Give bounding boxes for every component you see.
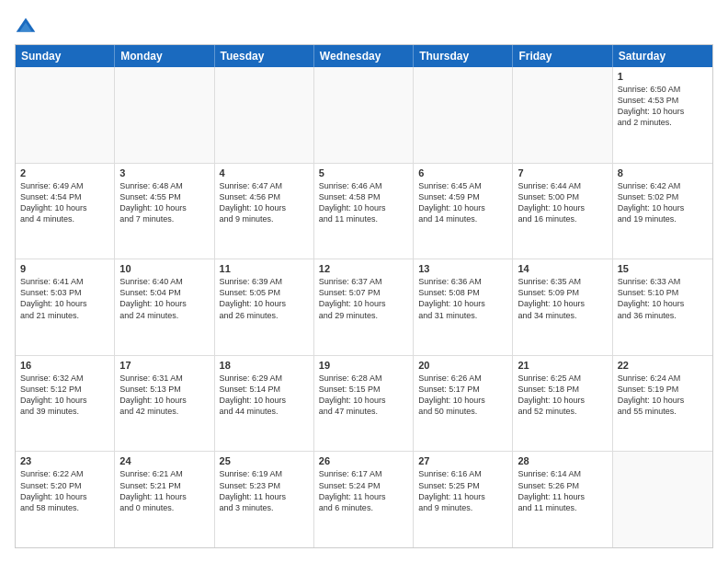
calendar: SundayMondayTuesdayWednesdayThursdayFrid… <box>15 44 713 548</box>
day-number: 5 <box>319 167 408 178</box>
day-number: 12 <box>319 263 408 274</box>
day-info: Sunrise: 6:37 AM Sunset: 5:07 PM Dayligh… <box>319 276 408 321</box>
day-info: Sunrise: 6:49 AM Sunset: 4:54 PM Dayligh… <box>20 180 109 225</box>
day-number: 18 <box>220 360 309 371</box>
day-info: Sunrise: 6:41 AM Sunset: 5:03 PM Dayligh… <box>20 276 109 321</box>
day-info: Sunrise: 6:40 AM Sunset: 5:04 PM Dayligh… <box>119 276 209 321</box>
calendar-cell: 26Sunrise: 6:17 AM Sunset: 5:24 PM Dayli… <box>314 452 414 547</box>
cal-header-day: Monday <box>115 45 214 67</box>
calendar-cell: 24Sunrise: 6:21 AM Sunset: 5:21 PM Dayli… <box>115 452 214 547</box>
day-number: 20 <box>418 360 507 371</box>
day-info: Sunrise: 6:17 AM Sunset: 5:24 PM Dayligh… <box>319 468 408 513</box>
day-info: Sunrise: 6:50 AM Sunset: 4:53 PM Dayligh… <box>618 84 708 129</box>
calendar-cell: 7Sunrise: 6:44 AM Sunset: 5:00 PM Daylig… <box>513 164 612 259</box>
day-info: Sunrise: 6:16 AM Sunset: 5:25 PM Dayligh… <box>418 468 507 513</box>
day-info: Sunrise: 6:33 AM Sunset: 5:10 PM Dayligh… <box>618 276 708 321</box>
calendar-cell: 22Sunrise: 6:24 AM Sunset: 5:19 PM Dayli… <box>613 356 712 452</box>
day-number: 19 <box>319 360 408 371</box>
calendar-row: 23Sunrise: 6:22 AM Sunset: 5:20 PM Dayli… <box>16 451 712 547</box>
day-info: Sunrise: 6:22 AM Sunset: 5:20 PM Dayligh… <box>20 468 109 513</box>
calendar-cell: 6Sunrise: 6:45 AM Sunset: 4:59 PM Daylig… <box>414 164 513 259</box>
day-info: Sunrise: 6:31 AM Sunset: 5:13 PM Dayligh… <box>119 373 209 418</box>
calendar-cell: 18Sunrise: 6:29 AM Sunset: 5:14 PM Dayli… <box>215 356 314 452</box>
calendar-body: 1Sunrise: 6:50 AM Sunset: 4:53 PM Daylig… <box>16 67 712 547</box>
day-info: Sunrise: 6:39 AM Sunset: 5:05 PM Dayligh… <box>220 276 309 321</box>
calendar-row: 2Sunrise: 6:49 AM Sunset: 4:54 PM Daylig… <box>16 163 712 259</box>
calendar-cell: 25Sunrise: 6:19 AM Sunset: 5:23 PM Dayli… <box>215 452 314 547</box>
calendar-cell: 21Sunrise: 6:25 AM Sunset: 5:18 PM Dayli… <box>513 356 612 452</box>
day-number: 23 <box>20 455 109 466</box>
day-info: Sunrise: 6:24 AM Sunset: 5:19 PM Dayligh… <box>618 373 708 418</box>
page: SundayMondayTuesdayWednesdayThursdayFrid… <box>0 0 728 563</box>
calendar-cell: 17Sunrise: 6:31 AM Sunset: 5:13 PM Dayli… <box>115 356 214 452</box>
calendar-cell <box>613 452 712 547</box>
day-info: Sunrise: 6:47 AM Sunset: 4:56 PM Dayligh… <box>220 180 309 225</box>
calendar-cell: 28Sunrise: 6:14 AM Sunset: 5:26 PM Dayli… <box>513 452 612 547</box>
calendar-row: 16Sunrise: 6:32 AM Sunset: 5:12 PM Dayli… <box>16 355 712 452</box>
day-info: Sunrise: 6:45 AM Sunset: 4:59 PM Dayligh… <box>418 180 507 225</box>
day-number: 22 <box>618 360 708 371</box>
calendar-cell: 13Sunrise: 6:36 AM Sunset: 5:08 PM Dayli… <box>414 259 513 355</box>
cal-header-day: Tuesday <box>215 45 314 67</box>
calendar-cell: 4Sunrise: 6:47 AM Sunset: 4:56 PM Daylig… <box>215 164 314 259</box>
cal-header-day: Saturday <box>613 45 712 67</box>
calendar-cell <box>215 67 314 163</box>
header <box>15 15 713 37</box>
day-number: 13 <box>418 263 507 274</box>
day-number: 2 <box>20 167 109 178</box>
calendar-cell <box>414 67 513 163</box>
calendar-cell: 9Sunrise: 6:41 AM Sunset: 5:03 PM Daylig… <box>16 259 115 355</box>
day-info: Sunrise: 6:44 AM Sunset: 5:00 PM Dayligh… <box>518 180 607 225</box>
logo-icon <box>15 15 37 37</box>
calendar-cell <box>513 67 612 163</box>
calendar-cell: 15Sunrise: 6:33 AM Sunset: 5:10 PM Dayli… <box>613 259 712 355</box>
calendar-cell: 27Sunrise: 6:16 AM Sunset: 5:25 PM Dayli… <box>414 452 513 547</box>
calendar-cell: 3Sunrise: 6:48 AM Sunset: 4:55 PM Daylig… <box>115 164 214 259</box>
calendar-cell: 1Sunrise: 6:50 AM Sunset: 4:53 PM Daylig… <box>613 67 712 163</box>
calendar-cell <box>314 67 414 163</box>
calendar-cell: 16Sunrise: 6:32 AM Sunset: 5:12 PM Dayli… <box>16 356 115 452</box>
day-info: Sunrise: 6:25 AM Sunset: 5:18 PM Dayligh… <box>518 373 607 418</box>
day-number: 28 <box>518 455 607 466</box>
day-number: 6 <box>418 167 507 178</box>
day-info: Sunrise: 6:32 AM Sunset: 5:12 PM Dayligh… <box>20 373 109 418</box>
cal-header-day: Sunday <box>16 45 115 67</box>
day-info: Sunrise: 6:26 AM Sunset: 5:17 PM Dayligh… <box>418 373 507 418</box>
day-number: 7 <box>518 167 607 178</box>
day-number: 24 <box>119 455 209 466</box>
calendar-cell: 23Sunrise: 6:22 AM Sunset: 5:20 PM Dayli… <box>16 452 115 547</box>
cal-header-day: Wednesday <box>314 45 414 67</box>
calendar-cell: 19Sunrise: 6:28 AM Sunset: 5:15 PM Dayli… <box>314 356 414 452</box>
calendar-cell <box>16 67 115 163</box>
day-info: Sunrise: 6:19 AM Sunset: 5:23 PM Dayligh… <box>220 468 309 513</box>
cal-header-day: Thursday <box>414 45 513 67</box>
day-number: 17 <box>119 360 209 371</box>
day-number: 9 <box>20 263 109 274</box>
day-info: Sunrise: 6:46 AM Sunset: 4:58 PM Dayligh… <box>319 180 408 225</box>
day-number: 3 <box>119 167 209 178</box>
day-number: 26 <box>319 455 408 466</box>
day-info: Sunrise: 6:42 AM Sunset: 5:02 PM Dayligh… <box>618 180 708 225</box>
day-number: 10 <box>119 263 209 274</box>
calendar-cell: 14Sunrise: 6:35 AM Sunset: 5:09 PM Dayli… <box>513 259 612 355</box>
day-number: 8 <box>618 167 708 178</box>
day-info: Sunrise: 6:14 AM Sunset: 5:26 PM Dayligh… <box>518 468 607 513</box>
day-number: 21 <box>518 360 607 371</box>
calendar-cell: 20Sunrise: 6:26 AM Sunset: 5:17 PM Dayli… <box>414 356 513 452</box>
day-number: 16 <box>20 360 109 371</box>
day-number: 27 <box>418 455 507 466</box>
day-info: Sunrise: 6:28 AM Sunset: 5:15 PM Dayligh… <box>319 373 408 418</box>
day-info: Sunrise: 6:29 AM Sunset: 5:14 PM Dayligh… <box>220 373 309 418</box>
calendar-cell: 11Sunrise: 6:39 AM Sunset: 5:05 PM Dayli… <box>215 259 314 355</box>
logo <box>15 15 40 37</box>
day-info: Sunrise: 6:21 AM Sunset: 5:21 PM Dayligh… <box>119 468 209 513</box>
calendar-cell: 5Sunrise: 6:46 AM Sunset: 4:58 PM Daylig… <box>314 164 414 259</box>
day-number: 14 <box>518 263 607 274</box>
calendar-cell: 12Sunrise: 6:37 AM Sunset: 5:07 PM Dayli… <box>314 259 414 355</box>
calendar-cell: 2Sunrise: 6:49 AM Sunset: 4:54 PM Daylig… <box>16 164 115 259</box>
day-info: Sunrise: 6:48 AM Sunset: 4:55 PM Dayligh… <box>119 180 209 225</box>
calendar-header: SundayMondayTuesdayWednesdayThursdayFrid… <box>16 45 712 67</box>
day-number: 11 <box>220 263 309 274</box>
day-number: 15 <box>618 263 708 274</box>
day-info: Sunrise: 6:35 AM Sunset: 5:09 PM Dayligh… <box>518 276 607 321</box>
